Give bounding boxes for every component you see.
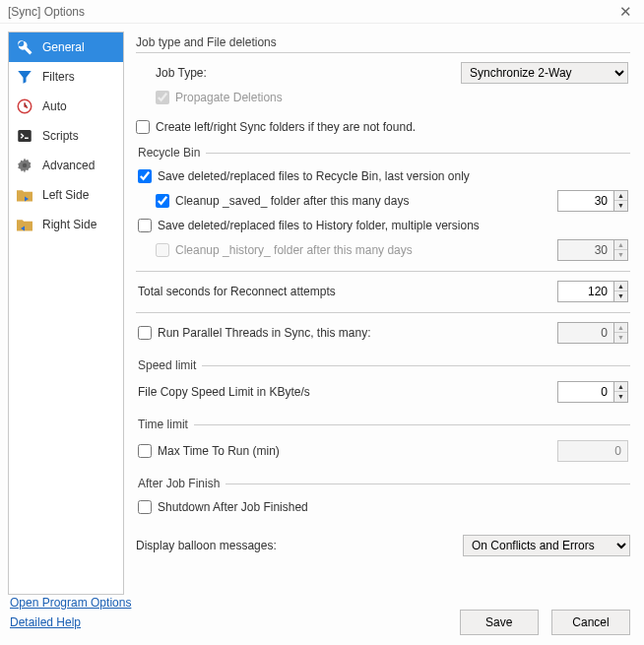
wrench-icon [15, 37, 34, 57]
sidebar-item-auto[interactable]: Auto [9, 92, 123, 121]
time-group: Time limit Max Time To Run (min) [136, 418, 630, 469]
sidebar-item-label: Left Side [42, 188, 89, 202]
maxtime-input [557, 440, 628, 462]
sidebar: General Filters Auto Scripts Advanced [8, 32, 124, 595]
jobtype-legend: Job type and File deletions [136, 35, 630, 49]
balloon-select[interactable]: On Conflicts and Errors [463, 535, 630, 556]
folder-right-icon [15, 185, 34, 205]
balloon-label: Display balloon messages: [136, 539, 277, 552]
sidebar-item-label: Advanced [42, 159, 95, 172]
terminal-icon [15, 126, 34, 146]
jobtype-group: Job Type: Synchronize 2-Way Propagate De… [136, 52, 630, 112]
sidebar-item-filters[interactable]: Filters [9, 62, 123, 92]
sidebar-item-left-side[interactable]: Left Side [9, 180, 123, 210]
save-recycle-checkbox[interactable]: Save deleted/replaced files to Recycle B… [138, 169, 470, 183]
save-history-checkbox[interactable]: Save deleted/replaced files to History f… [138, 219, 480, 232]
jobtype-label: Job Type: [156, 66, 207, 80]
clock-icon [15, 97, 34, 116]
speed-label: File Copy Speed Limit in KByte/s [138, 385, 310, 399]
sidebar-item-advanced[interactable]: Advanced [9, 151, 123, 180]
spinner-arrows[interactable]: ▲▼ [613, 191, 627, 211]
speed-spin[interactable]: ▲▼ [557, 381, 628, 403]
close-icon[interactable]: ✕ [615, 3, 636, 21]
sidebar-item-label: Filters [42, 70, 75, 84]
time-legend: Time limit [136, 418, 194, 431]
cancel-button[interactable]: Cancel [551, 610, 630, 635]
open-program-options-link[interactable]: Open Program Options [10, 596, 131, 610]
sidebar-item-label: General [42, 40, 85, 54]
reconnect-spin[interactable]: ▲▼ [557, 281, 628, 302]
footer: Open Program Options Detailed Help Save … [0, 582, 644, 645]
after-legend: After Job Finish [136, 477, 225, 490]
gear-icon [15, 156, 34, 175]
create-folders-checkbox[interactable]: Create left/right Sync folders if they a… [136, 120, 416, 134]
sidebar-item-label: Scripts [42, 129, 79, 143]
speed-group: Speed limit File Copy Speed Limit in KBy… [136, 358, 630, 410]
recycle-group: Recycle Bin Save deleted/replaced files … [136, 146, 630, 268]
sidebar-item-right-side[interactable]: Right Side [9, 210, 123, 239]
reconnect-group: Total seconds for Reconnect attempts ▲▼ [136, 271, 630, 309]
sidebar-item-label: Auto [42, 99, 67, 113]
propagate-deletions-checkbox: Propagate Deletions [138, 91, 283, 104]
funnel-icon [15, 67, 34, 87]
cleanup-history-checkbox: Cleanup _history_ folder after this many… [138, 243, 413, 257]
cleanup-history-spin: ▲▼ [557, 239, 628, 261]
parallel-spin: ▲▼ [557, 322, 628, 344]
sidebar-item-scripts[interactable]: Scripts [9, 121, 123, 151]
recycle-legend: Recycle Bin [136, 146, 206, 160]
cleanup-saved-spin[interactable]: ▲▼ [557, 190, 628, 212]
sidebar-item-general[interactable]: General [9, 32, 123, 62]
parallel-checkbox[interactable]: Run Parallel Threads in Sync, this many: [138, 326, 371, 340]
shutdown-checkbox[interactable]: Shutdown After Job Finished [138, 500, 308, 514]
sidebar-item-label: Right Side [42, 218, 97, 231]
folder-left-icon [15, 215, 34, 234]
main-panel: Job type and File deletions Job Type: Sy… [124, 24, 644, 595]
reconnect-label: Total seconds for Reconnect attempts [138, 285, 336, 298]
svg-rect-1 [18, 130, 32, 142]
content-area: General Filters Auto Scripts Advanced [0, 24, 644, 595]
parallel-group: Run Parallel Threads in Sync, this many:… [136, 312, 630, 351]
save-button[interactable]: Save [460, 610, 539, 635]
maxtime-checkbox[interactable]: Max Time To Run (min) [138, 444, 280, 458]
speed-legend: Speed limit [136, 358, 202, 372]
after-group: After Job Finish Shutdown After Job Fini… [136, 477, 630, 522]
window-title: [Sync] Options [8, 5, 85, 19]
detailed-help-link[interactable]: Detailed Help [10, 615, 131, 629]
cleanup-saved-checkbox[interactable]: Cleanup _saved_ folder after this many d… [138, 194, 409, 208]
jobtype-select[interactable]: Synchronize 2-Way [461, 62, 628, 84]
titlebar: [Sync] Options ✕ [0, 0, 644, 24]
